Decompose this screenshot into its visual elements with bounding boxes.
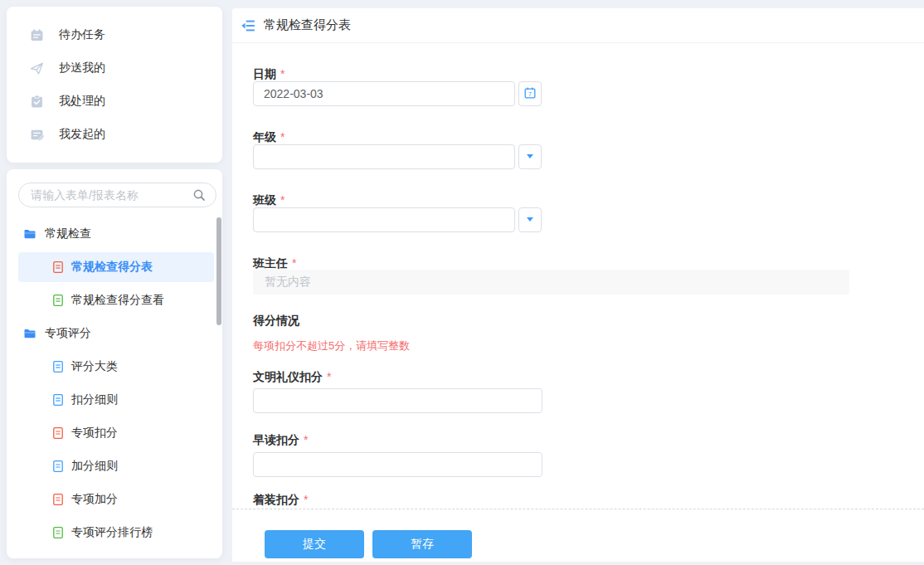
save-draft-button[interactable]: 暂存 <box>372 530 472 558</box>
tree-item-label: 常规检查得分表 <box>71 260 153 275</box>
menu-item-label: 我处理的 <box>59 94 105 109</box>
score-section-label: 得分情况 <box>253 314 299 329</box>
tree-item-special-bonus[interactable]: 专项加分 <box>7 483 222 516</box>
folder-icon <box>23 327 36 340</box>
form-title: 常规检查得分表 <box>264 17 351 33</box>
required-marker: * <box>292 256 296 270</box>
tree-item-special-deduction[interactable]: 专项扣分 <box>7 416 222 450</box>
main-form-panel: 常规检查得分表 日期* 7 年级* 班级* 班主任* 暂无内容 得分情况 每项扣… <box>232 8 924 562</box>
tree-group-regular-inspection[interactable]: 常规检查 <box>7 217 222 251</box>
document-icon <box>51 493 65 506</box>
calendar-task-icon <box>30 28 44 42</box>
morning-reading-deduction-label: 早读扣分* <box>253 433 308 448</box>
submit-button[interactable]: 提交 <box>265 530 364 558</box>
footer-divider <box>232 509 924 509</box>
civility-deduction-input[interactable] <box>253 388 542 413</box>
tree-item-bonus-rules[interactable]: 加分细则 <box>7 450 222 483</box>
empty-placeholder-text: 暂无内容 <box>265 275 311 290</box>
document-icon <box>51 526 65 539</box>
calendar-icon: 7 <box>523 86 537 102</box>
form-header: 常规检查得分表 <box>232 8 924 43</box>
date-picker-button[interactable]: 7 <box>518 81 542 106</box>
quick-menu-card: 待办任务 抄送我的 我处理的 我发起的 <box>7 7 222 163</box>
document-icon <box>51 426 65 440</box>
class-select[interactable] <box>253 207 515 232</box>
tree-item-rating-categories[interactable]: 评分大类 <box>7 350 222 383</box>
tree-item-label: 专项扣分 <box>71 426 118 441</box>
menu-item-handled-by-me[interactable]: 我处理的 <box>7 85 222 118</box>
required-marker: * <box>327 370 331 383</box>
morning-reading-deduction-input[interactable] <box>253 452 542 477</box>
menu-item-label: 待办任务 <box>59 27 105 42</box>
grade-dropdown-button[interactable] <box>518 144 542 169</box>
document-icon <box>51 294 65 307</box>
tree-item-label: 评分大类 <box>71 359 118 374</box>
tree-item-label: 常规检查得分查看 <box>71 293 164 308</box>
document-icon <box>51 393 65 407</box>
search-input[interactable] <box>31 188 192 202</box>
document-icon <box>51 460 65 473</box>
chevron-down-icon <box>523 212 537 228</box>
form-search-box <box>18 183 216 207</box>
tree-item-score-view[interactable]: 常规检查得分查看 <box>7 284 222 317</box>
search-icon[interactable] <box>192 188 206 202</box>
tree-item-label: 加分细则 <box>71 459 118 474</box>
dress-deduction-label: 着装扣分* <box>253 493 308 508</box>
tree-group-label: 专项评分 <box>45 326 91 341</box>
menu-item-cc-to-me[interactable]: 抄送我的 <box>7 51 222 85</box>
head-teacher-readonly-field: 暂无内容 <box>253 270 849 295</box>
tree-group-special-rating[interactable]: 专项评分 <box>7 317 222 350</box>
paper-plane-icon <box>30 61 44 75</box>
document-icon <box>51 261 65 274</box>
tree-item-rating-ranking[interactable]: 专项评分排行榜 <box>7 516 222 549</box>
svg-text:7: 7 <box>528 90 532 96</box>
document-icon <box>51 360 65 373</box>
class-label: 班级* <box>253 193 284 208</box>
class-dropdown-button[interactable] <box>518 207 542 232</box>
tree-group-label: 常规检查 <box>45 226 91 241</box>
clipboard-check-icon <box>30 95 44 109</box>
required-marker: * <box>304 493 308 506</box>
grade-label: 年级* <box>253 130 284 145</box>
required-marker: * <box>280 67 284 80</box>
tree-item-deduction-rules[interactable]: 扣分细则 <box>7 383 222 416</box>
tree-scrollbar-thumb[interactable] <box>216 217 221 325</box>
document-edit-icon <box>30 128 44 142</box>
collapse-outdent-icon[interactable] <box>241 18 255 33</box>
chevron-down-icon <box>523 149 537 165</box>
tree-item-label: 专项评分排行榜 <box>71 525 153 540</box>
date-label: 日期* <box>253 67 284 82</box>
required-marker: * <box>280 130 284 144</box>
menu-item-initiated-by-me[interactable]: 我发起的 <box>7 118 222 151</box>
folder-icon <box>23 227 36 241</box>
menu-item-label: 抄送我的 <box>59 61 105 75</box>
menu-item-todo-tasks[interactable]: 待办任务 <box>7 18 222 51</box>
grade-select[interactable] <box>253 144 515 169</box>
tree-item-score-form[interactable]: 常规检查得分表 <box>7 251 222 284</box>
score-hint-text: 每项扣分不超过5分，请填写整数 <box>253 339 410 353</box>
civility-deduction-label: 文明礼仪扣分* <box>253 370 331 385</box>
form-tree: 常规检查 常规检查得分表 常规检查得分查看 专项评分 评分大类 <box>7 217 222 549</box>
date-input[interactable] <box>253 81 515 106</box>
tree-item-label: 专项加分 <box>71 492 118 507</box>
form-tree-card: 常规检查 常规检查得分表 常规检查得分查看 专项评分 评分大类 <box>7 169 222 558</box>
menu-item-label: 我发起的 <box>59 127 105 142</box>
required-marker: * <box>280 193 284 207</box>
required-marker: * <box>304 433 308 446</box>
tree-item-label: 扣分细则 <box>71 392 118 407</box>
